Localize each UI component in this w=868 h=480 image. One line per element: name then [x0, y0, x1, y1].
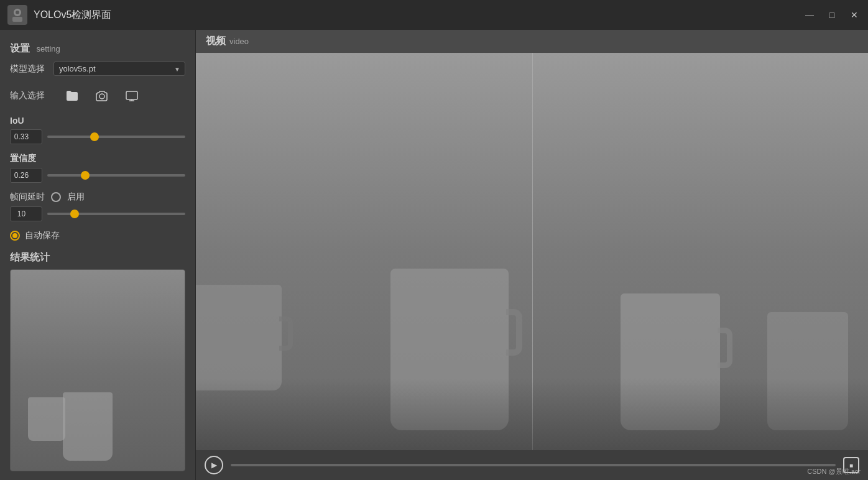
stop-icon: ■: [849, 462, 853, 469]
minimize-button[interactable]: —: [803, 9, 816, 21]
input-select-row: 输入选择: [10, 85, 185, 107]
auto-save-label: 自动保存: [25, 230, 60, 241]
stop-button[interactable]: ■: [843, 457, 859, 473]
sidebar: 设置 setting 模型选择 yolov5s.ptyolov5m.ptyolo…: [0, 30, 196, 480]
frame-delay-slider[interactable]: [47, 213, 185, 215]
confidence-slider-row: [10, 168, 185, 183]
video-title: 视频: [206, 35, 226, 48]
model-select-wrapper[interactable]: yolov5s.ptyolov5m.ptyolov5l.ptyolov5x.pt…: [53, 62, 185, 76]
settings-section-title: 设置 setting: [10, 42, 185, 55]
video-background: [196, 53, 868, 450]
main-content: 设置 setting 模型选择 yolov5s.ptyolov5m.ptyolo…: [0, 30, 868, 480]
video-controls: ▶ ■: [196, 450, 868, 480]
svg-point-3: [99, 94, 104, 99]
camera-input-button[interactable]: [91, 85, 113, 107]
input-select-label: 输入选择: [10, 90, 53, 101]
confidence-value-input[interactable]: [10, 168, 42, 183]
iou-value-input[interactable]: [10, 129, 42, 144]
titlebar: YOLOv5检测界面 — □ ✕: [0, 0, 868, 30]
model-select-label: 模型选择: [10, 63, 53, 75]
app-icon: [7, 5, 27, 25]
confidence-section: 置信度: [10, 153, 185, 183]
play-button[interactable]: ▶: [205, 456, 223, 474]
video-frame: [196, 53, 868, 450]
frame-delay-slider-row: [10, 206, 185, 221]
frame-delay-radio[interactable]: [51, 192, 61, 202]
app-title: YOLOv5检测界面: [34, 9, 803, 22]
svg-rect-4: [126, 91, 137, 99]
video-subtitle: video: [229, 37, 249, 46]
iou-label: IoU: [10, 116, 185, 126]
progress-bar[interactable]: [231, 464, 836, 466]
result-stats-title: 结果统计: [10, 251, 185, 264]
enable-label: 启用: [67, 192, 85, 203]
auto-save-radio[interactable]: [10, 231, 20, 241]
iou-section: IoU: [10, 116, 185, 144]
frame-delay-value-input[interactable]: [10, 206, 42, 221]
video-area: 视频 video: [196, 30, 868, 480]
window-controls: — □ ✕: [803, 9, 861, 21]
model-select-row: 模型选择 yolov5s.ptyolov5m.ptyolov5l.ptyolov…: [10, 62, 185, 76]
play-icon: ▶: [211, 461, 217, 469]
frame-delay-section: 帧间延时 启用: [10, 192, 185, 221]
close-button[interactable]: ✕: [848, 9, 861, 21]
result-stats-box: [10, 269, 185, 471]
frame-delay-label: 帧间延时: [10, 192, 45, 203]
iou-slider[interactable]: [47, 136, 185, 138]
auto-save-row: 自动保存: [10, 230, 185, 241]
svg-rect-1: [12, 17, 22, 22]
maximize-button[interactable]: □: [826, 9, 838, 21]
iou-slider-row: [10, 129, 185, 144]
model-select[interactable]: yolov5s.ptyolov5m.ptyolov5l.ptyolov5x.pt: [53, 62, 185, 76]
confidence-slider[interactable]: [47, 174, 185, 177]
screen-input-button[interactable]: [121, 85, 143, 107]
svg-point-2: [16, 11, 19, 14]
file-input-button[interactable]: [61, 85, 83, 107]
confidence-label: 置信度: [10, 153, 185, 164]
video-title-bar: 视频 video: [196, 30, 868, 53]
mug-left: [196, 285, 282, 390]
